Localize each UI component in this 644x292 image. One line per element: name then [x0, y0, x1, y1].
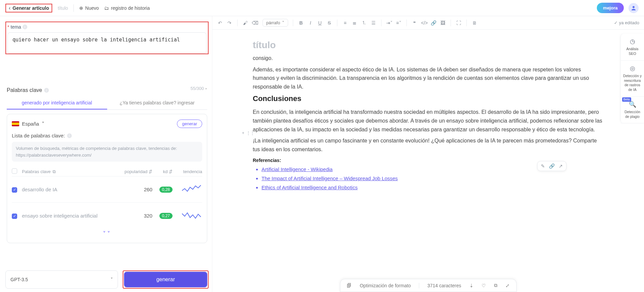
back-generate-article[interactable]: ‹ Generar artículo	[5, 4, 52, 12]
keyword-cell: ensayo sobre inteligencia artificial	[22, 213, 121, 219]
topic-label: tema	[10, 24, 21, 30]
col-popularity-header[interactable]: popularidad ⇵	[121, 169, 152, 174]
heading-conclusions[interactable]: Conclusiones	[253, 94, 604, 103]
eraser-icon[interactable]: ⌫	[252, 20, 258, 26]
tab-manual-keywords[interactable]: ¿Ya tienes palabras clave? ingresar	[107, 97, 208, 109]
paragraph[interactable]: consigo.	[253, 54, 604, 63]
indent-icon[interactable]: ⇥˅	[386, 20, 392, 26]
generate-button[interactable]: generar	[124, 272, 207, 287]
divider	[237, 20, 238, 26]
document-title-placeholder[interactable]: título	[253, 40, 604, 51]
align-center-icon[interactable]: ≣	[351, 20, 358, 26]
strikethrough-icon[interactable]: S	[326, 20, 332, 26]
outdent-icon[interactable]: ≡˅	[396, 20, 402, 26]
generate-button-highlight: generar	[123, 270, 209, 289]
rail-plagiarism-detect[interactable]: Beta 🔍 Detección de plagio	[621, 97, 644, 124]
row-checkbox[interactable]: ✓	[12, 187, 17, 193]
copy-icon[interactable]: ⧉	[494, 283, 497, 288]
model-select[interactable]: GPT-3.5 ˅	[5, 270, 118, 289]
col-kd-header[interactable]: kd ⇵	[152, 169, 173, 174]
edited-label: ya editado	[619, 20, 639, 25]
align-left-icon[interactable]: ≡	[342, 20, 348, 26]
editor-toolbar: ↶ ↷ 🖌 ⌫ párrafo ˅ B I U S ≡ ≣	[212, 16, 644, 30]
avatar[interactable]	[628, 3, 639, 13]
info-icon[interactable]: i	[44, 88, 49, 93]
row-checkbox[interactable]: ✓	[12, 214, 17, 219]
improve-button[interactable]: mejora	[597, 3, 624, 13]
reference-link[interactable]: Ethics of Artificial Intelligence and Ro…	[262, 185, 604, 190]
rail-plag-label: Detección de plagio	[624, 110, 640, 119]
topic-textarea[interactable]	[12, 37, 202, 43]
link-icon[interactable]: 🔗	[549, 163, 555, 169]
paragraph[interactable]: En conclusión, la inteligencia artificia…	[253, 108, 604, 134]
undo-icon[interactable]: ↶	[217, 20, 223, 26]
doc-title-top[interactable]: título	[58, 5, 68, 11]
reference-link[interactable]: The Impact of Artificial Intelligence – …	[262, 175, 604, 181]
keyword-metrics-source: Volumen de búsqueda, métricas de compete…	[12, 142, 202, 162]
chevron-down-icon: ˅	[282, 20, 284, 25]
generate-keywords-button[interactable]: generar	[177, 120, 202, 128]
block-format-label: párrafo	[266, 20, 280, 25]
unordered-list-icon[interactable]: ☰	[370, 20, 376, 26]
new-button[interactable]: ⊕ Nuevo	[79, 5, 99, 11]
code-icon[interactable]: </>	[421, 20, 427, 26]
brush-icon[interactable]: 🖌	[242, 20, 248, 26]
new-label: Nuevo	[85, 5, 99, 11]
rail-ai-detect-rewrite[interactable]: ◎ Detección y reescritura de rastros de …	[621, 61, 644, 97]
keyword-generator-box: España ˅ generar Lista de palabras clave…	[7, 114, 207, 243]
tab-ai-generated[interactable]: generado por inteligencia artificial	[7, 97, 107, 109]
ordered-list-icon[interactable]: ⒈	[361, 20, 367, 26]
divider	[466, 20, 467, 26]
beta-badge: Beta	[622, 97, 631, 102]
paragraph[interactable]: Además, es importante considerar el aspe…	[253, 65, 604, 91]
chevron-down-icon: ˅	[111, 277, 113, 282]
table-row[interactable]: ✓ desarrollo de IA 260 0,28	[12, 176, 202, 202]
document-icon[interactable]: 🗎	[471, 20, 478, 26]
format-optimize-label[interactable]: Optimización de formato	[360, 283, 411, 288]
table-row[interactable]: ✓ ensayo sobre inteligencia artificial 3…	[12, 202, 202, 229]
keywords-title: Palabras clave i	[7, 87, 49, 93]
expand-more[interactable]: ˅˅	[12, 229, 202, 237]
download-icon[interactable]: ⇣	[469, 283, 473, 288]
block-format-select[interactable]: párrafo ˅	[263, 19, 288, 27]
left-bottom-controls: GPT-3.5 ˅ generar	[5, 270, 209, 289]
select-all-checkbox[interactable]	[12, 168, 17, 174]
rail-seo-analysis[interactable]: ◷ Análisis SEO	[621, 34, 644, 61]
edit-link-icon[interactable]: ✎	[541, 163, 545, 169]
info-icon[interactable]: i	[23, 25, 27, 29]
rail-seo-label: Análisis SEO	[626, 47, 638, 56]
redo-icon[interactable]: ↷	[226, 20, 233, 26]
open-external-icon[interactable]: ↗	[559, 163, 563, 169]
keywords-section-toggle[interactable]: Palabras clave i ˄	[7, 87, 207, 93]
copy-icon[interactable]: ⧉	[53, 169, 56, 174]
link-icon[interactable]: 🔗	[430, 20, 436, 26]
topbar: ‹ Generar artículo título ⊕ Nuevo 🗂 regi…	[0, 0, 644, 16]
paragraph[interactable]: ¡La inteligencia artificial es un campo …	[253, 136, 604, 154]
col-keyword-header[interactable]: Palabras clave ⧉	[22, 169, 121, 174]
topic-section-highlight: * tema i	[5, 22, 209, 54]
image-icon[interactable]: 🖼	[440, 20, 446, 26]
bold-icon[interactable]: B	[298, 20, 304, 26]
fullscreen-icon[interactable]: ⛶	[456, 20, 462, 26]
country-select[interactable]: España ˅	[12, 121, 44, 127]
metrics-source-url: https://palabrasclaveseverywhere.com/	[16, 152, 198, 159]
popularity-cell: 260	[121, 187, 152, 192]
editor-body[interactable]: título consigo. Además, es importante co…	[212, 30, 644, 292]
topbar-right: mejora	[597, 3, 639, 13]
search-document-icon: 🔍	[622, 101, 643, 108]
keyword-table: Palabras clave ⧉ popularidad ⇵ kd ⇵ tend…	[12, 167, 202, 237]
add-block-icon[interactable]: +	[242, 131, 244, 135]
history-button[interactable]: 🗂 registro de historia	[104, 5, 150, 11]
italic-icon[interactable]: I	[307, 20, 313, 26]
underline-icon[interactable]: U	[317, 20, 323, 26]
expand-icon[interactable]: ⤢	[505, 283, 510, 288]
drag-handle-icon[interactable]: ⋮⋮	[246, 131, 254, 135]
gauge-icon: ◷	[622, 38, 643, 45]
link-floating-toolbar: ✎ 🔗 ↗	[537, 161, 566, 171]
info-icon[interactable]: i	[67, 133, 72, 138]
divider	[419, 283, 419, 288]
format-optimize-icon[interactable]: 🗐	[347, 283, 351, 288]
quote-icon[interactable]: ❝	[411, 20, 418, 26]
heart-icon[interactable]: ♡	[482, 283, 486, 288]
bottom-floating-bar: 🗐 Optimización de formato 3714 caractere…	[340, 279, 516, 292]
